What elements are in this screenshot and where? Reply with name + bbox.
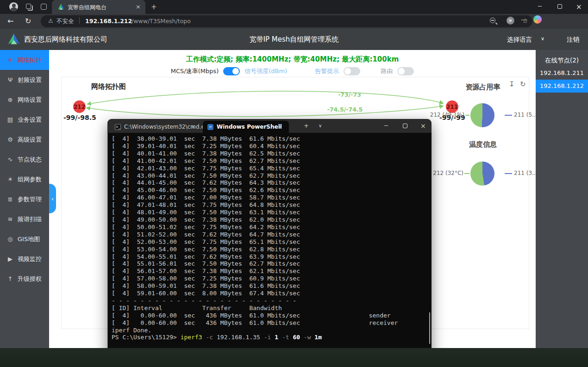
online-node-row[interactable]: 192.168.1.212 <box>536 80 588 93</box>
chevron-down-icon[interactable]: ∨ <box>541 36 544 42</box>
browser-toolbar: ← ↻ ⚠ 不安全 │ 192.168.1.212 /www/T3SMesh/t… <box>0 14 588 29</box>
browser-minimize-button[interactable]: ─ <box>538 3 542 10</box>
sidebar-item[interactable]: ☀ 组网参数 <box>0 169 49 189</box>
display-toggle-row: MCS/速率(Mbps) 信号强度(dBm) 告警提示 路由 <box>49 66 536 76</box>
online-node-ip: 192.168.1.212 <box>540 82 584 89</box>
terminal-window[interactable]: >_ C:\Windows\system32\cmd.exe × > Windo… <box>107 119 432 367</box>
terminal-tab-powershell-close-icon[interactable]: × <box>278 124 282 130</box>
sidebar-item[interactable]: ▤ 业务设置 <box>0 110 49 130</box>
temperature-pie[interactable] <box>470 162 494 186</box>
sidebar-item-label: 节点状态 <box>18 156 42 164</box>
browser-tab-strip: 宽带自组网电台 × + ─ × <box>0 0 588 14</box>
sidebar-collapse-handle[interactable]: ‹ <box>49 184 56 213</box>
terminal-tab-cmd[interactable]: >_ C:\Windows\system32\cmd.exe × <box>110 121 201 133</box>
terminal-maximize-button[interactable] <box>403 124 407 128</box>
resource-usage-title: 资源占用率 <box>453 83 513 92</box>
terminal-lines: [ 4] 38.00-39.01 sec 7.38 MBytes 61.6 Mb… <box>112 135 432 334</box>
resource-pie-label-212: 212 (49.1%) <box>430 112 464 118</box>
language-select[interactable]: 选择语言 <box>507 36 532 44</box>
powershell-icon: > <box>207 124 213 130</box>
terminal-line: [ ID] Interval Transfer Bandwidth <box>112 305 432 312</box>
terminal-tab-powershell[interactable]: > Windows PowerShell × <box>203 121 289 133</box>
sidebar-item-icon: ≋ <box>6 216 14 223</box>
sidebar-item-label: 业务设置 <box>18 116 42 124</box>
resource-usage-pie[interactable] <box>470 103 494 127</box>
tab-close-icon[interactable]: × <box>136 3 141 10</box>
terminal-line: [ 4] 0.00-60.00 sec 436 MBytes 61.0 Mbit… <box>112 312 432 319</box>
terminal-scrollbar[interactable] <box>429 312 430 344</box>
terminal-line: [ 4] 53.00-54.00 sec 7.50 MBytes 62.8 Mb… <box>112 246 432 253</box>
link-upper <box>88 91 443 104</box>
sidebar-item[interactable]: ✳ 网络拓扑 <box>0 50 49 70</box>
logout-button[interactable]: 注销 <box>567 36 579 44</box>
sidebar-item[interactable]: ∿ 节点状态 <box>0 149 49 169</box>
terminal-line: [ 4] 44.01-45.00 sec 7.62 MBytes 64.3 Mb… <box>112 179 432 187</box>
topology-node-211[interactable]: 211 <box>446 100 458 113</box>
online-node-row[interactable]: 192.168.1.211 <box>536 67 588 80</box>
prompt-token: PS C:\Users\15129> <box>112 334 181 341</box>
prompt-token: -c <box>206 334 213 341</box>
terminal-output[interactable]: [ 4] 38.00-39.01 sec 7.38 MBytes 61.6 Mb… <box>107 133 432 367</box>
terminal-line: [ 4] 46.00-47.01 sec 7.00 MBytes 58.7 Mb… <box>112 194 432 201</box>
browser-menu-icon[interactable]: ⋯ <box>521 16 528 23</box>
terminal-minimize-button[interactable]: ─ <box>384 122 388 129</box>
new-tab-button[interactable]: + <box>151 3 157 11</box>
sidebar-item-label: 网络设置 <box>18 96 42 104</box>
browser-close-button[interactable]: × <box>576 3 582 11</box>
sidebar-item-label: 高级设置 <box>18 136 42 144</box>
rate-signal-switch[interactable] <box>223 67 240 75</box>
prompt-token <box>278 334 282 341</box>
terminal-line: [ 4] 39.01-40.01 sec 7.25 MBytes 60.4 Mb… <box>112 143 432 150</box>
alarm-switch[interactable] <box>344 67 360 75</box>
prompt-token: -w <box>304 334 311 341</box>
app-header: 西安思后网络科技有限公司 宽带IP Mesh自组网管理系统 选择语言 ∨ 注销 <box>0 29 588 50</box>
sidebar-item[interactable]: ≣ 参数管理 <box>0 189 49 209</box>
workspaces-icon[interactable] <box>26 4 31 9</box>
terminal-close-button[interactable]: × <box>420 122 426 130</box>
browser-tab[interactable]: 宽带自组网电台 × <box>52 0 145 14</box>
cmd-icon: >_ <box>115 124 121 130</box>
prompt-token: -t <box>282 334 289 341</box>
prompt-token: 192.168.1.35 <box>213 334 264 341</box>
browser-profile-avatar[interactable] <box>9 2 18 11</box>
sidebar-item-icon: ∿ <box>6 156 14 163</box>
node-211-id: 211 <box>446 104 458 110</box>
topology-node-212[interactable]: 212 <box>73 100 86 113</box>
zoom-out-icon[interactable] <box>490 18 495 23</box>
terminal-line: [ 4] 43.00-44.01 sec 7.50 MBytes 62.7 Mb… <box>112 172 432 180</box>
terminal-new-tab-button[interactable]: + <box>304 122 309 129</box>
sidebar-item[interactable]: Ψ 射频设置 <box>0 70 49 90</box>
sidebar-item-icon: ◎ <box>6 236 14 243</box>
address-bar[interactable]: ⚠ 不安全 │ 192.168.1.212 /www/T3SMesh/topo … <box>41 15 532 27</box>
vertical-tabs-icon[interactable] <box>41 4 47 10</box>
prompt-token: 1m <box>314 334 322 341</box>
route-switch[interactable] <box>397 67 414 75</box>
sidebar-item[interactable]: ▶ 视频监控 <box>0 249 49 269</box>
terminal-tab-cmd-close-icon[interactable]: × <box>191 124 195 130</box>
refresh-icon[interactable]: ↻ <box>25 17 31 25</box>
prompt-token: 1 <box>275 334 278 341</box>
sidebar-item-label: 升级授权 <box>18 275 42 283</box>
resource-pie-line-right <box>505 115 512 116</box>
prompt-token <box>202 334 206 341</box>
node-212-metric: -99/-98.5 <box>63 114 96 121</box>
browser-restore-button[interactable] <box>557 4 562 9</box>
security-label[interactable]: 不安全 <box>56 18 74 25</box>
sidebar-item[interactable]: ≋ 频谱扫描 <box>0 209 49 229</box>
terminal-line: [ 4] 59.01-60.00 sec 8.00 MBytes 67.4 Mb… <box>112 290 432 297</box>
copilot-icon[interactable] <box>533 15 542 24</box>
favorites-list-icon[interactable]: ☆ <box>506 17 512 24</box>
terminal-titlebar[interactable]: >_ C:\Windows\system32\cmd.exe × > Windo… <box>107 119 432 133</box>
sidebar-item[interactable]: ↑ 升级授权 <box>0 269 49 289</box>
sidebar-item[interactable]: ⚙ 高级设置 <box>0 130 49 149</box>
terminal-tab-dropdown-icon[interactable]: ∨ <box>319 123 322 128</box>
sidebar-item-label: 视频监控 <box>18 255 42 263</box>
sidebar-item-icon: Ψ <box>6 76 14 83</box>
back-icon[interactable]: ← <box>7 17 13 25</box>
link-lower <box>87 106 443 117</box>
sidebar-item-label: 网络拓扑 <box>18 56 42 64</box>
sidebar-item-icon: ↑ <box>6 275 14 282</box>
sidebar-item[interactable]: ◎ GIS地图 <box>0 229 49 249</box>
taskbar: 搜索 >_ ∧ ☁ 英 11:55 2025/1/23 <box>0 348 588 367</box>
sidebar-item[interactable]: ⊕ 网络设置 <box>0 90 49 110</box>
